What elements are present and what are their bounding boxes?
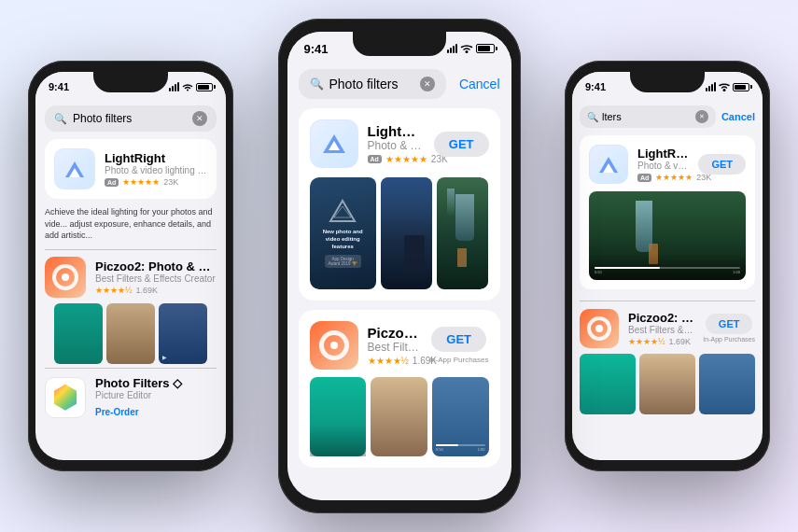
signal-center bbox=[447, 44, 457, 53]
pz-ss1-center bbox=[310, 377, 367, 456]
search-icon-right: 🔍 bbox=[587, 112, 598, 122]
search-bar-left[interactable]: 🔍 Photo filters ✕ bbox=[45, 105, 217, 132]
lr-screenshot-right: 0:50 1:00 bbox=[589, 191, 746, 280]
clear-search-right[interactable]: ✕ bbox=[695, 110, 708, 123]
app-name-pz-left: Piczoo2: Photo & Vid... bbox=[95, 259, 217, 273]
app-name-pz-center: Piczoo2: Photo & Vid... bbox=[368, 325, 420, 341]
pz-screenshots-center: 0:50 1:00 bbox=[310, 377, 489, 456]
clear-search-center[interactable]: ✕ bbox=[420, 77, 435, 91]
search-bar-right[interactable]: 🔍 lters ✕ bbox=[580, 105, 716, 128]
signal-right bbox=[706, 82, 716, 91]
iap-text-center: In-App Purchases bbox=[429, 356, 489, 364]
app-name-pf-left: Photo Filters ◇ bbox=[95, 376, 217, 390]
app-name-lr-center: LightRight bbox=[368, 123, 425, 139]
app-sub-pz-left: Best Filters & Effects Creator bbox=[95, 273, 217, 284]
time-right: 9:41 bbox=[585, 81, 606, 92]
phone-center: 9:41 bbox=[278, 19, 521, 513]
screen-right: 9:41 bbox=[572, 72, 763, 460]
pz-ss2-center bbox=[371, 377, 427, 456]
app-sub-lr-right: Photo & video lighting effects bbox=[637, 161, 689, 171]
get-btn-lr-center[interactable]: GET bbox=[434, 132, 489, 157]
notch-left bbox=[93, 72, 168, 92]
battery-center bbox=[476, 44, 495, 53]
reviews-pz-right: 1.69K bbox=[669, 337, 692, 346]
pz-ss1-right bbox=[580, 354, 636, 414]
screen-left: 9:41 bbox=[35, 72, 226, 460]
app-icon-lightright-left bbox=[54, 148, 95, 189]
pz-ss2-right bbox=[639, 354, 695, 414]
screen-center: 9:41 bbox=[287, 32, 511, 500]
lr-desc-left: Achieve the ideal lighting for your phot… bbox=[45, 206, 217, 242]
svg-point-0 bbox=[465, 50, 468, 53]
status-icons-left bbox=[169, 82, 213, 91]
status-icons-right bbox=[706, 82, 749, 91]
app-icon-pf-left bbox=[45, 377, 86, 418]
wifi-icon-center bbox=[460, 44, 473, 53]
piczoo-screenshots-left bbox=[54, 303, 207, 364]
ad-badge-right: Ad bbox=[637, 174, 651, 182]
stars-pz-center: ★★★★½ bbox=[368, 356, 409, 366]
piczoo-card-left[interactable]: Piczoo2: Photo & Vid... Best Filters & E… bbox=[35, 249, 226, 368]
app-icon-piczoo-left bbox=[45, 257, 86, 298]
app-card-lightright-left[interactable]: LightRight Photo & video lighting effect… bbox=[45, 139, 217, 199]
stars-lr-center: ★★★★★ bbox=[385, 154, 427, 164]
battery-left bbox=[196, 83, 213, 91]
lr-screenshots-center: New photo andvideo editingfeatures App D… bbox=[310, 177, 489, 289]
reviews-pz-left: 1.69K bbox=[136, 286, 159, 295]
phones-container: 9:41 bbox=[0, 0, 798, 532]
search-bar-center[interactable]: 🔍 Photo filters ✕ bbox=[299, 69, 446, 99]
search-icon-center: 🔍 bbox=[310, 77, 324, 91]
get-btn-lr-right[interactable]: GET bbox=[698, 154, 746, 175]
app-sub-pf-left: Picture Editor bbox=[95, 390, 217, 400]
search-row-center: 🔍 Photo filters ✕ Cancel bbox=[299, 69, 500, 99]
stars-lr-right: ★★★★★ bbox=[655, 173, 693, 182]
pz-screenshots-right bbox=[580, 354, 755, 414]
search-icon-left: 🔍 bbox=[54, 113, 67, 125]
app-icon-lr-right bbox=[589, 145, 628, 184]
app-sub-lr-left: Photo & video lighting effects bbox=[105, 165, 207, 175]
app-icon-pz-center bbox=[310, 321, 358, 370]
cancel-btn-right[interactable]: Cancel bbox=[721, 111, 755, 122]
app-icon-lr-center bbox=[310, 119, 358, 168]
reviews-lr-left: 23K bbox=[163, 177, 178, 187]
photo-filters-card-left[interactable]: Photo Filters ◇ Picture Editor Pre-Order bbox=[35, 369, 226, 427]
search-partial-text: lters bbox=[602, 111, 692, 122]
notch-center bbox=[353, 32, 446, 56]
clear-search-left[interactable]: ✕ bbox=[192, 111, 207, 126]
time-left: 9:41 bbox=[49, 81, 69, 92]
app-sub-pz-center: Best Filters & Effects Creator bbox=[368, 341, 420, 354]
video-progress-right: 0:50 1:00 bbox=[595, 267, 740, 274]
get-btn-pz-center[interactable]: GET bbox=[431, 327, 486, 352]
app-card-lr-center[interactable]: LightRight Photo & video lighting effect… bbox=[299, 108, 500, 301]
app-icon-pz-right bbox=[580, 309, 619, 348]
app-name-lr-right: LightRight bbox=[637, 147, 689, 161]
wifi-icon-left bbox=[182, 83, 193, 91]
preorder-text-left[interactable]: Pre-Order bbox=[95, 407, 139, 417]
app-sub-pz-right: Best Filters & Effects Creator bbox=[628, 325, 693, 335]
search-row-right: 🔍 lters ✕ Cancel bbox=[580, 105, 755, 128]
wifi-icon-right bbox=[719, 83, 730, 91]
pz-ss3-center: 0:50 1:00 bbox=[432, 377, 489, 456]
piczoo-card-right[interactable]: Piczoo2: Photo & Vid... Best Filters & E… bbox=[572, 301, 763, 418]
phone-left: 9:41 bbox=[28, 61, 233, 471]
app-card-pz-center[interactable]: Piczoo2: Photo & Vid... Best Filters & E… bbox=[299, 310, 500, 468]
cancel-btn-center[interactable]: Cancel bbox=[459, 77, 500, 91]
status-icons-center bbox=[447, 44, 495, 53]
ss-lr-2-center bbox=[381, 177, 432, 289]
ss-lr-1-center: New photo andvideo editingfeatures App D… bbox=[310, 177, 376, 289]
app-card-lr-right[interactable]: LightRight Photo & video lighting effect… bbox=[580, 135, 755, 289]
get-btn-pz-right[interactable]: GET bbox=[706, 314, 753, 334]
iap-text-right: In-App Purchases bbox=[703, 336, 755, 343]
pz-ss3-right bbox=[699, 354, 755, 414]
phone-right: 9:41 bbox=[565, 61, 770, 471]
ad-badge-left: Ad bbox=[105, 178, 119, 187]
battery-right bbox=[733, 83, 749, 91]
app-name-lr-left: LightRight bbox=[105, 151, 207, 165]
stars-lr-left: ★★★★★ bbox=[122, 177, 160, 187]
app-sub-lr-center: Photo & video lighting effects bbox=[368, 139, 425, 152]
stars-pz-left: ★★★★½ bbox=[95, 286, 133, 295]
svg-point-3 bbox=[723, 89, 726, 91]
search-text-left: Photo filters bbox=[73, 112, 187, 125]
search-text-center: Photo filters bbox=[329, 77, 414, 91]
signal-left bbox=[169, 82, 179, 91]
